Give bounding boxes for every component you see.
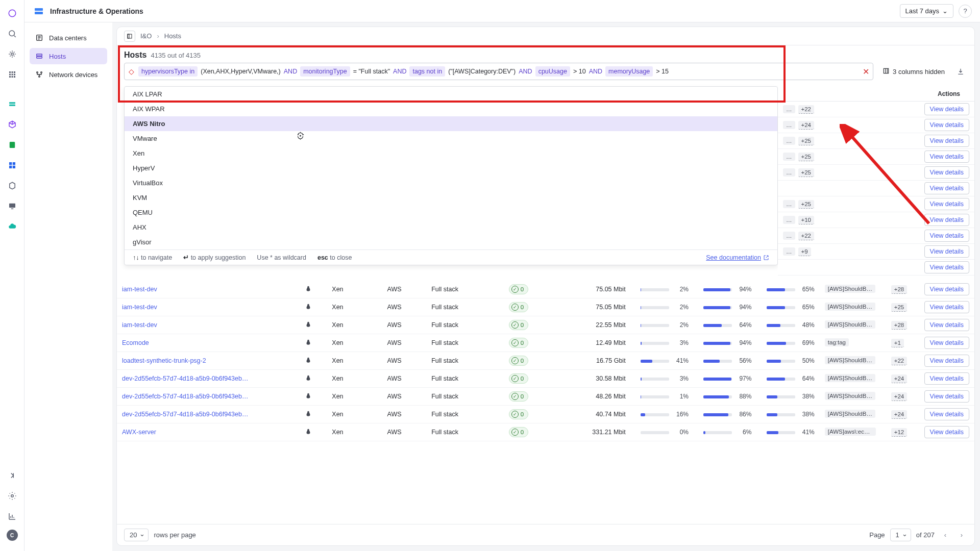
rail-sheet-icon[interactable] bbox=[5, 138, 19, 152]
tag-more[interactable]: +22 bbox=[891, 357, 908, 365]
dd-item[interactable]: gVisor bbox=[125, 235, 777, 249]
gear-icon[interactable] bbox=[5, 489, 19, 503]
view-details-button[interactable]: View details bbox=[924, 245, 969, 258]
tag-more[interactable]: +10 bbox=[798, 216, 815, 224]
view-details-button[interactable]: View details bbox=[924, 103, 969, 115]
view-details-button[interactable]: View details bbox=[924, 355, 969, 367]
tag-chip[interactable]: [AWS]ShouldB… bbox=[825, 356, 875, 364]
host-link[interactable]: iam-test-dev bbox=[122, 321, 157, 329]
sidebar-item-hosts[interactable]: Hosts bbox=[30, 48, 107, 64]
columns-hidden-button[interactable]: 3 columns hidden bbox=[878, 64, 949, 79]
crumb-root[interactable]: I&O bbox=[140, 32, 152, 40]
problems-badge[interactable]: ✓0 bbox=[509, 284, 528, 294]
view-details-button[interactable]: View details bbox=[924, 408, 969, 420]
dd-item[interactable]: AIX LPAR bbox=[125, 87, 777, 102]
tag-more[interactable]: +25 bbox=[798, 168, 815, 177]
download-button[interactable] bbox=[954, 65, 967, 78]
tag-more[interactable]: +24 bbox=[798, 121, 815, 130]
dd-item[interactable]: AHX bbox=[125, 220, 777, 235]
dd-item[interactable]: QEMU bbox=[125, 205, 777, 220]
tag-more[interactable]: +25 bbox=[798, 137, 815, 145]
next-page-button[interactable]: › bbox=[956, 530, 967, 541]
tag-more[interactable]: +28 bbox=[891, 285, 908, 294]
rail-hex-icon[interactable] bbox=[5, 179, 19, 193]
problems-badge[interactable]: ✓0 bbox=[509, 391, 528, 402]
hub-icon[interactable] bbox=[5, 47, 19, 61]
dd-item[interactable]: AIX WPAR bbox=[125, 102, 777, 116]
search-icon[interactable] bbox=[5, 27, 19, 41]
tag-more[interactable]: +1 bbox=[891, 339, 904, 347]
host-link[interactable]: Ecomode bbox=[122, 339, 149, 346]
view-details-button[interactable]: View details bbox=[924, 372, 969, 385]
tag-chip[interactable]: … bbox=[783, 232, 795, 240]
view-details-button[interactable]: View details bbox=[924, 390, 969, 403]
tag-more[interactable]: +22 bbox=[798, 232, 815, 240]
tag-chip[interactable]: [AWS]aws\:ec2… bbox=[825, 428, 876, 436]
help-button[interactable]: ? bbox=[959, 5, 972, 18]
problems-badge[interactable]: ✓0 bbox=[509, 302, 528, 312]
tag-more[interactable]: +9 bbox=[798, 247, 811, 256]
tag-chip[interactable]: [AWS]ShouldB… bbox=[825, 320, 875, 329]
tag-chip[interactable]: … bbox=[783, 153, 795, 161]
tag-more[interactable]: +24 bbox=[891, 410, 908, 419]
dd-item[interactable]: VMware bbox=[125, 131, 777, 146]
rail-logo-icon[interactable] bbox=[5, 6, 19, 20]
tag-chip[interactable]: [AWS]ShouldB… bbox=[825, 374, 875, 382]
problems-badge[interactable]: ✓0 bbox=[509, 409, 528, 419]
rail-grid-icon[interactable] bbox=[5, 158, 19, 172]
host-link[interactable]: iam-test-dev bbox=[122, 304, 157, 311]
view-details-button[interactable]: View details bbox=[924, 230, 969, 242]
collapse-nav-button[interactable] bbox=[124, 31, 135, 42]
view-details-button[interactable]: View details bbox=[924, 198, 969, 210]
rows-per-page-select[interactable]: 20 bbox=[124, 529, 149, 541]
view-details-button[interactable]: View details bbox=[924, 319, 969, 331]
tag-chip[interactable]: … bbox=[783, 200, 795, 208]
clear-filter-button[interactable]: ✕ bbox=[863, 67, 869, 77]
host-link[interactable]: AWX-server bbox=[122, 429, 156, 436]
view-details-button[interactable]: View details bbox=[924, 301, 969, 313]
host-link[interactable]: dev-2d55efcb-57d7-4d18-a5b9-0b6f943eb… bbox=[122, 393, 248, 400]
view-details-button[interactable]: View details bbox=[924, 151, 969, 163]
view-details-button[interactable]: View details bbox=[924, 182, 969, 194]
host-link[interactable]: dev-2d55efcb-57d7-4d18-a5b9-0b6f943eb… bbox=[122, 375, 248, 382]
rail-monitor-icon[interactable] bbox=[5, 199, 19, 213]
dd-item[interactable]: VirtualBox bbox=[125, 176, 777, 190]
problems-badge[interactable]: ✓0 bbox=[509, 338, 528, 348]
view-details-button[interactable]: View details bbox=[924, 214, 969, 226]
host-link[interactable]: iam-test-dev bbox=[122, 286, 157, 293]
rail-cube-icon[interactable] bbox=[5, 117, 19, 132]
view-details-button[interactable]: View details bbox=[924, 337, 969, 349]
prev-page-button[interactable]: ‹ bbox=[940, 530, 951, 541]
tag-more[interactable]: +28 bbox=[891, 321, 908, 330]
problems-badge[interactable]: ✓0 bbox=[509, 427, 528, 437]
apps-icon[interactable] bbox=[5, 67, 19, 82]
avatar-icon[interactable]: C bbox=[7, 530, 18, 541]
rail-cloud-icon[interactable] bbox=[5, 219, 19, 234]
view-details-button[interactable]: View details bbox=[924, 261, 969, 273]
tag-chip[interactable]: [AWS]ShouldB… bbox=[825, 303, 875, 311]
tag-more[interactable]: +25 bbox=[891, 303, 908, 312]
view-details-button[interactable]: View details bbox=[924, 119, 969, 131]
tag-chip[interactable]: [AWS]ShouldB… bbox=[825, 285, 875, 293]
view-details-button[interactable]: View details bbox=[924, 166, 969, 179]
tag-chip[interactable]: … bbox=[783, 168, 795, 177]
view-details-button[interactable]: View details bbox=[924, 426, 969, 438]
see-documentation-link[interactable]: See documentation bbox=[706, 254, 769, 261]
dd-item[interactable]: Xen bbox=[125, 146, 777, 161]
problems-badge[interactable]: ✓0 bbox=[509, 356, 528, 366]
problems-badge[interactable]: ✓0 bbox=[509, 320, 528, 330]
tag-more[interactable]: +24 bbox=[891, 392, 908, 401]
tag-chip[interactable]: … bbox=[783, 121, 795, 129]
tag-chip[interactable]: tag:tag bbox=[825, 338, 849, 346]
dd-item[interactable]: KVM bbox=[125, 190, 777, 205]
tag-chip[interactable]: … bbox=[783, 247, 795, 256]
filter-input[interactable]: ◇ hypervisorsType in (Xen,AHX,HyperV,VMw… bbox=[124, 63, 873, 80]
rail-infra-icon[interactable] bbox=[5, 97, 19, 111]
tag-more[interactable]: +25 bbox=[798, 200, 815, 209]
page-select[interactable]: 1 bbox=[890, 529, 911, 541]
host-link[interactable]: dev-2d55efcb-57d7-4d18-a5b9-0b6f943eb… bbox=[122, 411, 248, 418]
tag-more[interactable]: +25 bbox=[798, 153, 815, 161]
tag-chip[interactable]: … bbox=[783, 105, 795, 113]
view-details-button[interactable]: View details bbox=[924, 135, 969, 147]
tag-chip[interactable]: [AWS]ShouldB… bbox=[825, 410, 875, 418]
